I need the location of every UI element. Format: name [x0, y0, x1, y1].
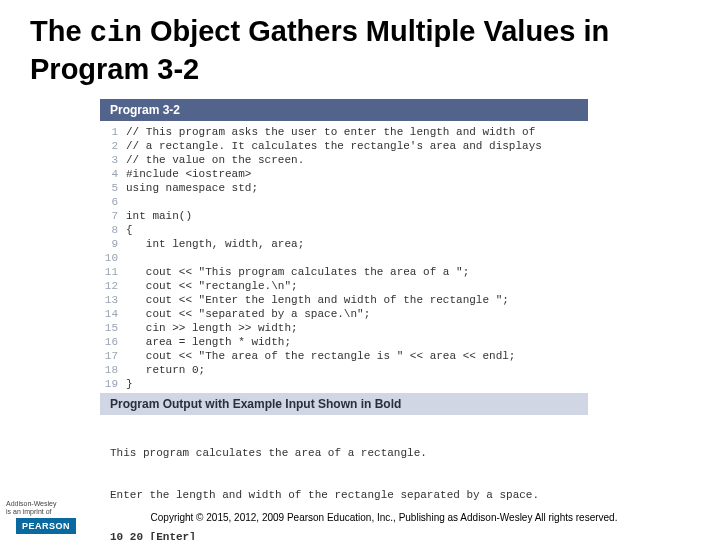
code-line: 2// a rectangle. It calculates the recta… — [100, 139, 588, 153]
code-listing: 1// This program asks the user to enter … — [100, 121, 588, 393]
addison-wesley-text: Addison-Wesley is an imprint of — [0, 500, 88, 516]
code-line: 16 area = length * width; — [100, 335, 588, 349]
code-text: } — [126, 377, 133, 391]
code-text: cout << "This program calculates the are… — [126, 265, 469, 279]
code-line: 4#include <iostream> — [100, 167, 588, 181]
code-line: 17 cout << "The area of the rectangle is… — [100, 349, 588, 363]
program-figure: Program 3-2 1// This program asks the us… — [100, 99, 720, 540]
line-number: 3 — [100, 153, 126, 167]
code-line: 1// This program asks the user to enter … — [100, 125, 588, 139]
code-text: // the value on the screen. — [126, 153, 304, 167]
pearson-logo: PEARSON — [16, 518, 76, 534]
code-line: 5using namespace std; — [100, 181, 588, 195]
code-text: return 0; — [126, 363, 205, 377]
code-line: 8{ — [100, 223, 588, 237]
code-text: cout << "rectangle.\n"; — [126, 279, 298, 293]
brand-block: Addison-Wesley is an imprint of PEARSON — [0, 500, 88, 534]
brand-line: Addison-Wesley — [6, 500, 88, 508]
code-text: using namespace std; — [126, 181, 258, 195]
code-line: 7int main() — [100, 209, 588, 223]
line-number: 2 — [100, 139, 126, 153]
code-line: 14 cout << "separated by a space.\n"; — [100, 307, 588, 321]
code-line: 3// the value on the screen. — [100, 153, 588, 167]
line-number: 19 — [100, 377, 126, 391]
footer: Addison-Wesley is an imprint of PEARSON … — [0, 500, 720, 534]
code-text: cout << "Enter the length and width of t… — [126, 293, 509, 307]
code-text: int length, width, area; — [126, 237, 304, 251]
code-text: area = length * width; — [126, 335, 291, 349]
code-line: 19} — [100, 377, 588, 391]
code-line: 13 cout << "Enter the length and width o… — [100, 293, 588, 307]
line-number: 18 — [100, 363, 126, 377]
line-number: 13 — [100, 293, 126, 307]
code-line: 12 cout << "rectangle.\n"; — [100, 279, 588, 293]
slide: The cin Object Gathers Multiple Values i… — [0, 0, 720, 540]
program-header: Program 3-2 — [100, 99, 588, 121]
code-text: // a rectangle. It calculates the rectan… — [126, 139, 542, 153]
output-header: Program Output with Example Input Shown … — [100, 393, 588, 415]
code-text: // This program asks the user to enter t… — [126, 125, 535, 139]
line-number: 15 — [100, 321, 126, 335]
code-text: cout << "The area of the rectangle is " … — [126, 349, 515, 363]
code-line: 9 int length, width, area; — [100, 237, 588, 251]
slide-title: The cin Object Gathers Multiple Values i… — [0, 0, 720, 95]
line-number: 9 — [100, 237, 126, 251]
line-number: 6 — [100, 195, 126, 209]
title-mono: cin — [90, 17, 142, 50]
code-line: 15 cin >> length >> width; — [100, 321, 588, 335]
line-number: 8 — [100, 223, 126, 237]
line-number: 12 — [100, 279, 126, 293]
line-number: 14 — [100, 307, 126, 321]
code-text: cout << "separated by a space.\n"; — [126, 307, 370, 321]
line-number: 1 — [100, 125, 126, 139]
line-number: 17 — [100, 349, 126, 363]
code-text: cin >> length >> width; — [126, 321, 298, 335]
line-number: 16 — [100, 335, 126, 349]
brand-line: is an imprint of — [6, 508, 88, 516]
code-line: 11 cout << "This program calculates the … — [100, 265, 588, 279]
line-number: 11 — [100, 265, 126, 279]
title-before: The — [30, 15, 90, 47]
code-text: #include <iostream> — [126, 167, 251, 181]
line-number: 4 — [100, 167, 126, 181]
code-line: 18 return 0; — [100, 363, 588, 377]
code-line: 6 — [100, 195, 588, 209]
line-number: 7 — [100, 209, 126, 223]
code-text: int main() — [126, 209, 192, 223]
output-line: This program calculates the area of a re… — [110, 446, 578, 460]
code-text: { — [126, 223, 133, 237]
code-line: 10 — [100, 251, 588, 265]
line-number: 10 — [100, 251, 126, 265]
line-number: 5 — [100, 181, 126, 195]
copyright-text: Copyright © 2015, 2012, 2009 Pearson Edu… — [88, 512, 720, 523]
